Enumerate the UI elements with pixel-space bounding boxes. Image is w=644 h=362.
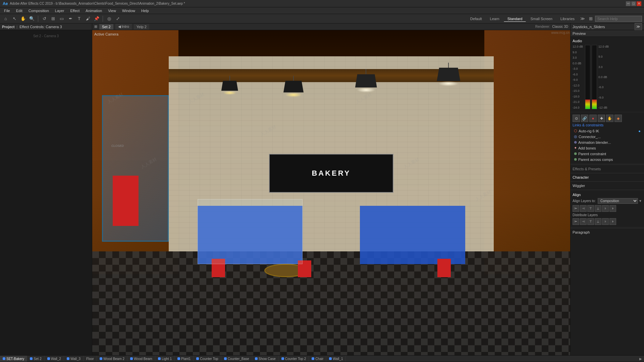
search-input[interactable]	[595, 16, 642, 22]
align-bottom[interactable]: ⊧	[609, 205, 616, 212]
minimize-button[interactable]: ─	[626, 1, 631, 6]
workspace-small-screen[interactable]: Small Screen	[527, 16, 556, 22]
tab-plant1[interactable]: Plant1	[175, 356, 194, 362]
wiggler-label[interactable]: Wiggler	[571, 182, 644, 189]
toolbar-zoom[interactable]: 🔍	[28, 15, 36, 22]
comp-tab-intro[interactable]: ◀ Intro	[115, 24, 132, 29]
workspace-tabs: Default Learn Standard Small Screen Libr…	[467, 15, 642, 22]
toolbar-paint[interactable]: 🖌	[84, 15, 92, 22]
tab-floor[interactable]: Floor	[84, 356, 97, 362]
paragraph-label[interactable]: Paragraph	[571, 229, 644, 236]
align-top[interactable]: ⊥	[595, 205, 601, 212]
tab-wood-beam[interactable]: Wood Beam	[127, 356, 155, 362]
tab-wall1[interactable]: Wall_1	[326, 356, 346, 362]
tab-label-floor: Floor	[86, 357, 94, 361]
parent-constraint-item[interactable]: ⊗ Parent constraint	[573, 151, 642, 157]
workspace-libraries[interactable]: Libraries	[557, 16, 578, 22]
toolbar-rotate[interactable]: ↺	[41, 15, 48, 22]
tab-dot-plant1	[177, 357, 180, 360]
toolbar-hand[interactable]: ✋	[19, 15, 27, 22]
dist-left[interactable]: ⊢	[573, 218, 579, 225]
toolbar-transform[interactable]: ⊞	[49, 15, 57, 22]
tab-chair[interactable]: Chair	[309, 356, 326, 362]
align-left[interactable]: ⊢	[573, 205, 579, 212]
align-right[interactable]: ⊤	[587, 205, 594, 212]
tool-btn-4[interactable]: ✚	[598, 115, 605, 122]
menu-effect[interactable]: Effect	[67, 8, 82, 13]
tab-wall2[interactable]: Wall_2	[45, 356, 64, 362]
menu-composition[interactable]: Composition	[26, 8, 52, 13]
tab-show-case[interactable]: Show Case	[252, 356, 279, 362]
toolbar-text[interactable]: T	[75, 15, 83, 22]
align-vcenter[interactable]: ⊦	[602, 205, 609, 212]
audio-right-12pos: 12.0 dB	[598, 45, 609, 48]
bakery-sign: BAKERY	[269, 154, 393, 193]
toolbar-select[interactable]: ↖	[11, 15, 18, 22]
menu-animation[interactable]: Animation	[83, 8, 105, 13]
toolbar-camera-pan[interactable]: ⤢	[114, 15, 121, 22]
menu-file[interactable]: File	[1, 8, 13, 13]
maximize-button[interactable]: □	[631, 1, 636, 6]
audio-meter-fill-left	[585, 100, 590, 109]
menu-window[interactable]: Window	[119, 8, 138, 13]
tool-btn-1[interactable]: ⊙	[573, 115, 580, 122]
dist-bottom[interactable]: ⊧	[609, 218, 616, 225]
tab-counter-top[interactable]: Counter Top	[194, 356, 221, 362]
add-bones-item[interactable]: ✦ Add bones	[573, 145, 642, 151]
autorig-item[interactable]: ⬡ Auto-rig 6 IK ●	[573, 128, 642, 134]
toolbar-home[interactable]: ⌂	[2, 15, 9, 22]
effects-presets-label[interactable]: Effects & Presets	[571, 166, 644, 172]
toolbar-rect[interactable]: ▭	[58, 15, 65, 22]
connector-item[interactable]: ◎ Connector_...	[573, 134, 642, 139]
tab-dot-wood-beam-2	[100, 357, 102, 360]
tool-btn-3[interactable]: ♦	[589, 115, 597, 122]
preview-label: Preview	[573, 32, 586, 36]
dist-vcenter[interactable]: ⊦	[602, 218, 609, 225]
autorig-label: Auto-rig 6 IK	[579, 129, 599, 133]
tab-wood-beam-2[interactable]: Wood Beam 2	[97, 356, 127, 362]
toolbar-camera-orbit[interactable]: ◎	[105, 15, 113, 22]
menu-help[interactable]: Help	[139, 8, 152, 13]
tool-btn-6[interactable]: ◈	[614, 115, 622, 122]
workspace-expand[interactable]: ≫	[579, 15, 586, 22]
character-label[interactable]: Character	[571, 174, 644, 181]
parent-constraint-label: Parent constraint	[578, 152, 606, 156]
workspace-learn[interactable]: Learn	[486, 16, 503, 22]
comp-tab-set2[interactable]: Set 2	[99, 24, 113, 29]
close-button[interactable]: ✕	[637, 1, 641, 6]
tool-btn-5[interactable]: ✋	[606, 115, 613, 122]
dist-top[interactable]: ⊥	[595, 218, 601, 225]
tab-expand-icon[interactable]: ▶	[637, 357, 644, 361]
tab-light1[interactable]: Light 1	[155, 356, 175, 362]
tab-counter-top-2[interactable]: Counter Top 2	[279, 356, 309, 362]
tool-btn-2[interactable]: 🔗	[581, 115, 588, 122]
menu-edit[interactable]: Edit	[13, 8, 25, 13]
tab-set-bakery[interactable]: SET-Bakery	[0, 356, 27, 362]
align-hcenter[interactable]: ⊣	[580, 205, 587, 212]
menu-view[interactable]: View	[105, 8, 119, 13]
comp-tab-yelp2[interactable]: Yelp 2	[134, 24, 149, 29]
animation-blender-item[interactable]: ⊕ Animation blender...	[573, 139, 642, 145]
audio-label[interactable]: Audio	[573, 38, 642, 44]
menu-layer[interactable]: Layer	[52, 8, 67, 13]
tab-wall3[interactable]: Wall_3	[64, 356, 84, 362]
dist-right[interactable]: ⊤	[587, 218, 594, 225]
align-label[interactable]: Align	[573, 192, 642, 197]
tab-counter-base[interactable]: Counter_Base	[221, 356, 252, 362]
links-constraints-label[interactable]: Links & constraints	[573, 123, 603, 127]
dist-hcenter[interactable]: ⊣	[580, 218, 587, 225]
workspace-settings[interactable]: ⊞	[587, 15, 594, 22]
title-bar-controls[interactable]: ─ □ ✕	[626, 1, 641, 6]
parent-across-item[interactable]: ⊗ Parent across comps	[573, 157, 642, 162]
effect-controls-label[interactable]: Effect Controls: Camera 3	[19, 25, 62, 29]
tab-dot-wood-beam	[130, 357, 133, 360]
tab-set2[interactable]: Set 2	[27, 356, 44, 362]
align-dropdown[interactable]: Composition Selection	[598, 198, 638, 204]
workspace-standard[interactable]: Standard	[504, 16, 526, 22]
toolbar-pin[interactable]: 📌	[93, 15, 100, 22]
joysticks-expand[interactable]: ≫	[635, 23, 642, 31]
align-layers-label: Align Layers to:	[573, 199, 596, 203]
autorig-toggle[interactable]: ●	[638, 129, 641, 133]
toolbar-pen[interactable]: ✒	[67, 15, 74, 22]
workspace-default[interactable]: Default	[467, 16, 486, 22]
